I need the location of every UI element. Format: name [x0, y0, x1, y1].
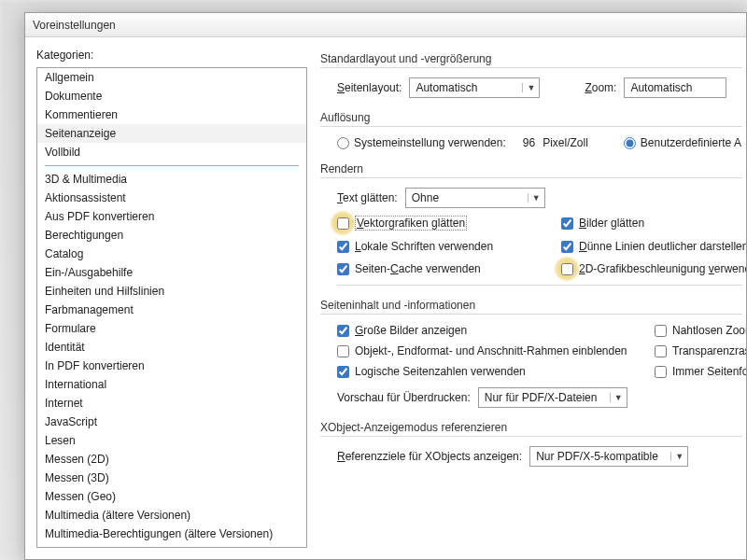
list-item[interactable]: Allgemein: [37, 68, 306, 87]
list-item[interactable]: Internet: [37, 394, 306, 413]
group-xobject: XObject-Anzeigemodus referenzieren: [320, 421, 742, 437]
group-layout: Standardlayout und -vergrößerung: [320, 52, 742, 68]
checkbox-thin-lines[interactable]: Dünne Linien deutlicher darstellen: [561, 240, 746, 253]
checkbox-logical-pages[interactable]: Logische Seitenzahlen verwenden: [337, 365, 645, 378]
checkbox-local-fonts[interactable]: Lokale Schriften verwenden: [337, 240, 552, 253]
list-item[interactable]: Dokumente: [37, 87, 306, 105]
list-item[interactable]: Farbmanagement: [37, 301, 306, 319]
group-content: Seiteninhalt und -informationen: [320, 299, 742, 315]
checkbox-page-cache[interactable]: Seiten-Cache verwenden: [337, 262, 552, 275]
dialog-titlebar[interactable]: Voreinstellungen: [25, 13, 746, 37]
page-layout-combo[interactable]: Automatisch ▼: [409, 77, 540, 98]
list-item[interactable]: Aus PDF konvertieren: [37, 207, 306, 226]
list-item[interactable]: Messen (Geo): [37, 487, 306, 506]
list-item[interactable]: Online-Dienste: [37, 543, 306, 548]
overprint-combo[interactable]: Nur für PDF/X-Dateien ▼: [478, 387, 627, 408]
preferences-dialog: Voreinstellungen Kategorien: AllgemeinDo…: [24, 12, 747, 560]
chevron-down-icon: ▼: [528, 193, 541, 203]
xobject-label: Referenzziele für XObjects anzeigen:: [337, 450, 522, 463]
checkbox-transparency-grid[interactable]: Transparenzraster: [655, 344, 746, 357]
list-separator: [45, 165, 299, 166]
list-item[interactable]: Vollbild: [37, 143, 306, 161]
list-item[interactable]: Identität: [37, 338, 306, 357]
checkbox-frames[interactable]: Objekt-, Endformat- und Anschnitt-Rahmen…: [337, 344, 645, 357]
list-item[interactable]: Lesen: [37, 431, 306, 450]
group-resolution: Auflösung: [320, 111, 742, 127]
checkbox-always-pageform[interactable]: Immer Seitenform: [655, 365, 746, 378]
list-item[interactable]: International: [37, 375, 306, 394]
list-item[interactable]: 3D & Multimedia: [37, 170, 306, 189]
resolution-value: 96: [523, 136, 535, 149]
list-item[interactable]: Catalog: [37, 245, 306, 263]
checkbox-2d-accel[interactable]: 2D-Grafikbeschleunigung verwenden: [561, 262, 746, 275]
zoom-combo[interactable]: Automatisch: [624, 77, 726, 98]
chevron-down-icon: ▼: [522, 83, 535, 92]
overprint-label: Vorschau für Überdrucken:: [337, 391, 471, 404]
list-item[interactable]: Aktionsassistent: [37, 189, 306, 207]
radio-custom[interactable]: Benutzerdefinierte A: [624, 136, 741, 149]
checkbox-large-images[interactable]: Große Bilder anzeigen: [337, 324, 645, 337]
chevron-down-icon: ▼: [610, 393, 623, 402]
list-item[interactable]: Einheiten und Hilfslinien: [37, 282, 306, 301]
list-item[interactable]: Multimedia (ältere Versionen): [37, 506, 306, 525]
chevron-down-icon: ▼: [670, 452, 684, 461]
smooth-text-label: Text glätten:: [337, 191, 398, 204]
checkbox-smooth-images[interactable]: Bilder glätten: [561, 216, 746, 231]
page-layout-label: Seitenlayout:: [337, 81, 402, 94]
list-item[interactable]: JavaScript: [37, 413, 306, 431]
resolution-unit: Pixel/Zoll: [543, 136, 588, 149]
list-item[interactable]: Messen (2D): [37, 450, 306, 469]
group-render: Rendern: [320, 162, 742, 178]
list-item[interactable]: Seitenanzeige: [37, 124, 306, 143]
list-item[interactable]: Multimedia-Berechtigungen (ältere Versio…: [37, 525, 306, 543]
list-item[interactable]: Ein-/Ausgabehilfe: [37, 263, 306, 282]
checkbox-smooth-vector[interactable]: Vektorgrafiken glätten: [337, 216, 552, 231]
dialog-title: Voreinstellungen: [33, 19, 116, 32]
zoom-label: Zoom:: [585, 81, 616, 94]
smooth-text-combo[interactable]: Ohne ▼: [405, 188, 545, 208]
list-item[interactable]: Formulare: [37, 319, 306, 338]
list-item[interactable]: Kommentieren: [37, 105, 306, 124]
list-item[interactable]: In PDF konvertieren: [37, 357, 306, 375]
list-item[interactable]: Berechtigungen: [37, 226, 306, 245]
checkbox-seamless-zoom[interactable]: Nahtlosen Zoom v: [655, 324, 746, 337]
list-item[interactable]: Messen (3D): [37, 469, 306, 487]
radio-system-setting[interactable]: Systemeinstellung verwenden:: [337, 136, 506, 149]
categories-listbox[interactable]: AllgemeinDokumenteKommentierenSeitenanze…: [36, 67, 307, 548]
xobject-combo[interactable]: Nur PDF/X-5-kompatible ▼: [529, 446, 688, 467]
categories-label: Kategorien:: [36, 49, 307, 62]
